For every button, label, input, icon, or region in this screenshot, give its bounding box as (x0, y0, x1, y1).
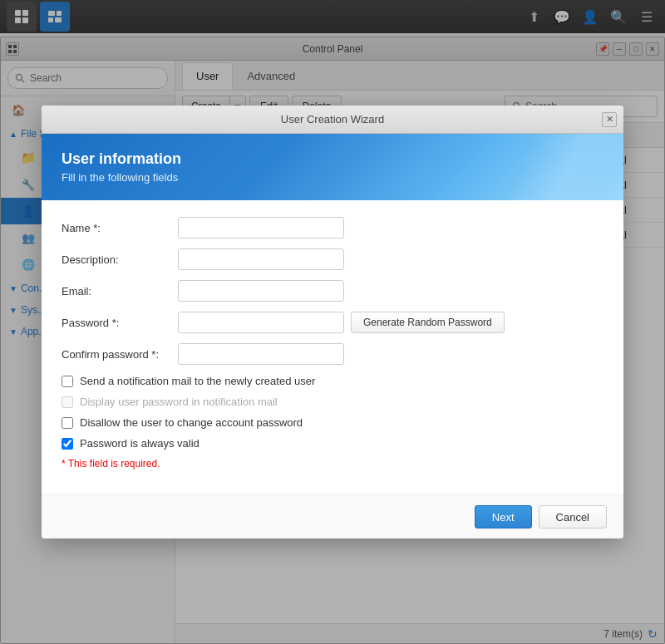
modal-titlebar: User Creation Wizard ✕ (42, 106, 623, 134)
form-row-description: Description: (62, 248, 603, 270)
description-label: Description: (62, 253, 178, 266)
form-row-confirm-password: Confirm password *: (62, 343, 603, 365)
password-label: Password *: (62, 317, 178, 329)
checkbox-row-notification: Send a notification mail to the newly cr… (62, 375, 603, 387)
modal-banner-title: User information (62, 150, 603, 168)
modal-close-btn[interactable]: ✕ (602, 112, 617, 127)
checkbox-row-display-password: Display user password in notification ma… (62, 396, 603, 408)
modal-body: Name *: Description: Email: Password *: … (42, 200, 623, 494)
email-input[interactable] (178, 280, 344, 302)
display-password-label: Display user password in notification ma… (80, 396, 278, 408)
always-valid-checkbox[interactable] (62, 438, 73, 450)
confirm-password-input[interactable] (178, 343, 344, 365)
generate-password-btn[interactable]: Generate Random Password (351, 312, 505, 333)
modal-title: User Creation Wizard (281, 113, 384, 125)
next-btn[interactable]: Next (475, 505, 532, 528)
description-input[interactable] (178, 248, 344, 270)
confirm-password-label: Confirm password *: (62, 348, 178, 361)
disallow-change-checkbox[interactable] (62, 417, 73, 429)
checkbox-row-disallow-change: Disallow the user to change account pass… (62, 416, 603, 429)
send-notification-checkbox[interactable] (62, 376, 73, 387)
form-row-email: Email: (62, 280, 603, 302)
name-input[interactable] (178, 217, 344, 238)
modal-banner-subtitle: Fill in the following fields (62, 171, 603, 184)
modal-footer: Next Cancel (42, 494, 623, 538)
required-note: * This field is required. (62, 458, 603, 469)
form-row-password: Password *: Generate Random Password (62, 312, 603, 333)
cancel-btn[interactable]: Cancel (539, 505, 607, 528)
always-valid-label: Password is always valid (80, 437, 200, 450)
user-creation-modal: User Creation Wizard ✕ User information … (42, 106, 623, 538)
disallow-change-label: Disallow the user to change account pass… (80, 416, 303, 429)
form-row-name: Name *: (62, 217, 603, 238)
password-input[interactable] (178, 312, 344, 333)
send-notification-label: Send a notification mail to the newly cr… (80, 375, 315, 387)
email-label: Email: (62, 285, 178, 297)
name-label: Name *: (62, 222, 178, 234)
modal-banner: User information Fill in the following f… (42, 134, 623, 200)
checkbox-row-always-valid: Password is always valid (62, 437, 603, 450)
display-password-checkbox[interactable] (62, 396, 73, 408)
modal-overlay: User Creation Wizard ✕ User information … (0, 0, 665, 644)
